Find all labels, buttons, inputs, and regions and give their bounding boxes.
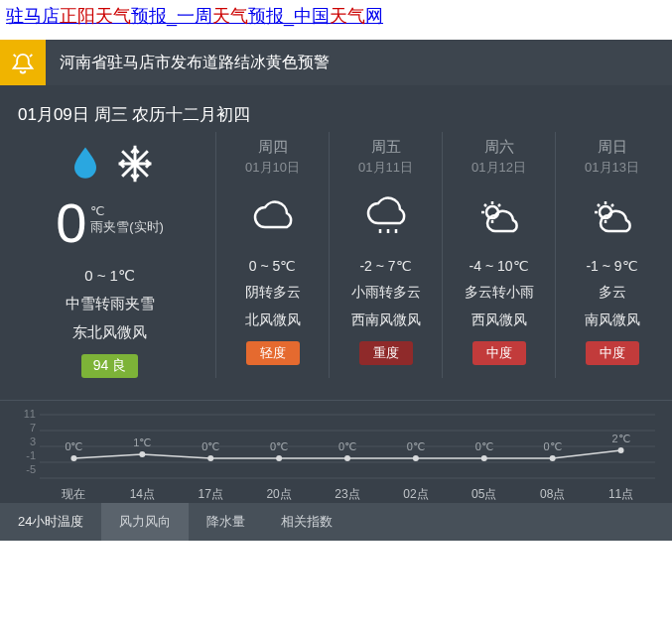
t7: 网 [365,6,383,26]
pollution-badge: 中度 [472,341,526,365]
x-tick: 14点 [108,486,177,503]
tab-2[interactable]: 相关指数 [263,503,350,541]
day-date: 01月10日 [216,159,329,177]
svg-text:1℃: 1℃ [133,436,151,448]
svg-text:0℃: 0℃ [407,440,425,452]
today-cond: 中雪转雨夹雪 [4,295,215,313]
day-date: 01月11日 [330,159,442,177]
today-range: 0 ~ 1℃ [4,267,215,285]
svg-text:0℃: 0℃ [338,440,356,452]
svg-point-13 [276,455,282,461]
t6: 天气 [330,6,365,26]
day-range: -2 ~ 7℃ [330,258,442,274]
day-name: 周五 [330,138,442,157]
day-wind: 西风微风 [443,311,555,329]
svg-point-19 [481,455,487,461]
svg-point-9 [139,451,145,457]
day-date: 01月12日 [443,159,555,177]
x-tick: 08点 [518,486,587,503]
hourly-chart: 1173-1-5 0℃1℃0℃0℃0℃0℃0℃0℃2℃ 现在14点17点20点2… [0,400,672,503]
x-tick: 02点 [381,486,450,503]
today-wind: 东北风微风 [4,323,215,342]
weather-icon [556,187,668,252]
day-cond: 多云转小雨 [443,284,555,302]
t4: 天气 [212,6,248,26]
day-column-3[interactable]: 周日01月13日-1 ~ 9℃多云南风微风中度 [555,132,668,378]
svg-point-21 [550,455,556,461]
t1: 驻马店 [6,6,60,26]
svg-text:0℃: 0℃ [475,440,493,452]
svg-point-15 [344,455,350,461]
day-range: 0 ~ 5℃ [216,258,329,274]
today-column: 0 ℃ 雨夹雪(实时) 0 ~ 1℃ 中雪转雨夹雪 东北风微风 94 良 [4,132,215,378]
pollution-badge: 中度 [586,341,639,365]
raindrop-icon [64,142,107,186]
temp-unit: ℃ [90,203,105,218]
pollution-badge: 重度 [359,341,413,365]
day-wind: 北风微风 [216,311,329,329]
today-dateline: 01月09日 周三 农历十二月初四 [4,103,668,132]
day-wind: 南风微风 [556,311,668,329]
day-column-0[interactable]: 周四01月10日0 ~ 5℃阴转多云北风微风轻度 [215,132,329,378]
today-realtime: 雨夹雪(实时) [90,218,164,236]
alert-icon [0,40,46,85]
day-column-1[interactable]: 周五01月11日-2 ~ 7℃小雨转多云西南风微风重度 [329,132,442,378]
t3: 预报_一周 [131,6,212,26]
weather-icon [216,187,329,252]
day-cond: 多云 [556,284,668,302]
today-temp: 0 [56,195,86,251]
x-tick: 17点 [177,486,245,503]
chart-tabs: 24小时温度 风力风向降水量相关指数 [0,503,672,541]
day-range: -4 ~ 10℃ [443,258,555,274]
day-name: 周四 [216,138,329,157]
day-date: 01月13日 [556,159,668,177]
alert-bar[interactable]: 河南省驻马店市发布道路结冰黄色预警 [0,40,672,85]
svg-point-17 [413,455,419,461]
tab-1[interactable]: 降水量 [189,503,263,541]
day-column-2[interactable]: 周六01月12日-4 ~ 10℃多云转小雨西风微风中度 [442,132,555,378]
x-tick: 23点 [314,486,382,503]
page-title-link[interactable]: 驻马店正阳天气预报_一周天气预报_中国天气网 [0,0,672,32]
svg-point-23 [618,447,624,453]
day-wind: 西南风微风 [330,311,442,329]
t5: 预报_中国 [248,6,330,26]
x-tick: 05点 [450,486,518,503]
svg-text:2℃: 2℃ [611,433,629,444]
weather-widget: 河南省驻马店市发布道路结冰黄色预警 01月09日 周三 农历十二月初四 0 ℃ … [0,40,672,541]
t2: 正阳天气 [60,6,131,26]
x-tick: 20点 [245,486,314,503]
day-cond: 小雨转多云 [330,284,442,302]
x-tick: 11点 [587,486,655,503]
snowflake-icon [113,142,157,186]
tab-0[interactable]: 风力风向 [101,503,189,541]
day-name: 周六 [443,138,555,157]
alert-text: 河南省驻马店市发布道路结冰黄色预警 [46,53,330,73]
tabs-label: 24小时温度 [0,513,101,531]
svg-text:0℃: 0℃ [202,440,219,452]
aqi-badge[interactable]: 94 良 [81,354,138,378]
weather-icon [443,187,555,252]
day-cond: 阴转多云 [216,284,329,302]
pollution-badge: 轻度 [246,341,300,365]
svg-text:0℃: 0℃ [65,440,82,452]
day-name: 周日 [556,138,668,157]
svg-point-7 [70,455,76,461]
svg-point-11 [207,455,213,461]
svg-text:0℃: 0℃ [544,440,562,452]
weather-icon [330,187,442,252]
x-tick: 现在 [40,486,108,503]
day-range: -1 ~ 9℃ [556,258,668,274]
svg-text:0℃: 0℃ [270,440,288,452]
